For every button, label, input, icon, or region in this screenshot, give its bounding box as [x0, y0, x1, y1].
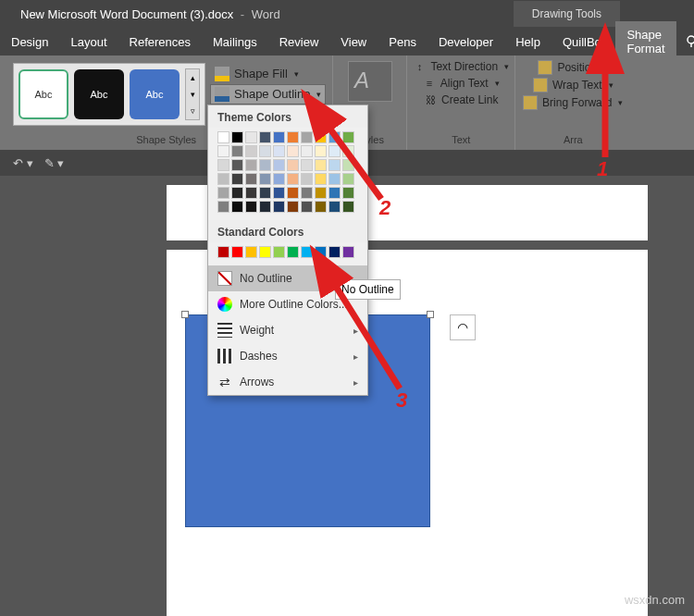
- color-swatch[interactable]: [245, 201, 257, 213]
- style-sample-2[interactable]: Abc: [74, 69, 124, 119]
- color-swatch[interactable]: [287, 145, 299, 157]
- highlight-button[interactable]: ✎ ▾: [44, 156, 65, 170]
- tab-layout[interactable]: Layout: [59, 29, 118, 55]
- resize-handle-nw[interactable]: [181, 311, 189, 318]
- expand-icon[interactable]: ▿: [186, 103, 199, 119]
- bring-forward-button[interactable]: Bring Forward▾: [521, 94, 625, 111]
- color-swatch[interactable]: [301, 187, 313, 199]
- color-swatch[interactable]: [315, 145, 327, 157]
- color-swatch[interactable]: [217, 159, 229, 171]
- color-swatch[interactable]: [342, 201, 354, 213]
- color-swatch[interactable]: [287, 173, 299, 185]
- wrap-text-button[interactable]: Wrap Text▾: [531, 77, 615, 93]
- color-swatch[interactable]: [259, 246, 271, 258]
- dashes-item[interactable]: Dashes ▸: [208, 343, 367, 369]
- shape-fill-button[interactable]: Shape Fill▾: [211, 65, 325, 83]
- color-swatch[interactable]: [315, 159, 327, 171]
- color-swatch[interactable]: [328, 201, 341, 213]
- layout-options-button[interactable]: ◠: [450, 314, 476, 340]
- color-swatch[interactable]: [287, 187, 299, 199]
- color-swatch[interactable]: [287, 131, 299, 143]
- color-swatch[interactable]: [217, 201, 229, 213]
- color-swatch[interactable]: [231, 187, 243, 199]
- chevron-up-icon[interactable]: ▴: [186, 69, 199, 86]
- arrows-item[interactable]: ⇄ Arrows ▸: [208, 369, 367, 395]
- color-swatch[interactable]: [342, 145, 354, 157]
- align-text-button[interactable]: ≡Align Text▾: [421, 76, 502, 91]
- color-swatch[interactable]: [245, 131, 257, 143]
- color-swatch[interactable]: [301, 145, 313, 157]
- color-swatch[interactable]: [342, 187, 354, 199]
- color-swatch[interactable]: [259, 145, 271, 157]
- color-swatch[interactable]: [217, 131, 229, 143]
- style-sample-1[interactable]: Abc: [19, 69, 68, 119]
- tab-review[interactable]: Review: [268, 29, 330, 55]
- color-swatch[interactable]: [231, 145, 243, 157]
- color-swatch[interactable]: [245, 159, 257, 171]
- color-swatch[interactable]: [287, 246, 299, 258]
- shape-style-gallery[interactable]: Abc Abc Abc ▴ ▾ ▿: [13, 63, 205, 126]
- gallery-scroll[interactable]: ▴ ▾ ▿: [185, 68, 200, 120]
- color-swatch[interactable]: [259, 187, 271, 199]
- color-swatch[interactable]: [273, 159, 285, 171]
- color-swatch[interactable]: [273, 246, 285, 258]
- create-link-button[interactable]: ⛓Create Link: [422, 92, 500, 107]
- color-swatch[interactable]: [328, 187, 341, 199]
- color-swatch[interactable]: [342, 173, 354, 185]
- color-swatch[interactable]: [301, 246, 313, 258]
- color-swatch[interactable]: [315, 201, 327, 213]
- color-swatch[interactable]: [217, 187, 229, 199]
- tab-quillbot[interactable]: QuillBot: [551, 29, 616, 55]
- undo-button[interactable]: ↶ ▾: [13, 156, 33, 170]
- color-swatch[interactable]: [315, 131, 327, 143]
- color-swatch[interactable]: [342, 246, 354, 258]
- tab-view[interactable]: View: [329, 29, 378, 55]
- color-swatch[interactable]: [259, 159, 271, 171]
- style-sample-3[interactable]: Abc: [130, 69, 180, 119]
- tab-references[interactable]: References: [118, 29, 202, 55]
- color-swatch[interactable]: [328, 159, 341, 171]
- color-swatch[interactable]: [342, 159, 354, 171]
- color-swatch[interactable]: [273, 145, 285, 157]
- resize-handle-ne[interactable]: [427, 311, 434, 318]
- tell-me[interactable]: Tell: [676, 34, 694, 49]
- color-swatch[interactable]: [231, 246, 243, 258]
- drawing-tools-tab[interactable]: Drawing Tools: [514, 1, 620, 27]
- color-swatch[interactable]: [259, 173, 271, 185]
- color-swatch[interactable]: [231, 173, 243, 185]
- tab-design[interactable]: Design: [0, 29, 59, 55]
- color-swatch[interactable]: [273, 201, 285, 213]
- tab-mailings[interactable]: Mailings: [202, 29, 268, 55]
- color-swatch[interactable]: [259, 201, 271, 213]
- color-swatch[interactable]: [328, 173, 341, 185]
- color-swatch[interactable]: [328, 131, 341, 143]
- color-swatch[interactable]: [245, 173, 257, 185]
- color-swatch[interactable]: [245, 187, 257, 199]
- wordart-gallery[interactable]: A: [348, 61, 392, 102]
- color-swatch[interactable]: [245, 145, 257, 157]
- color-swatch[interactable]: [287, 201, 299, 213]
- color-swatch[interactable]: [217, 246, 229, 258]
- position-button[interactable]: Position▾: [536, 59, 610, 76]
- color-swatch[interactable]: [315, 246, 327, 258]
- color-swatch[interactable]: [273, 187, 285, 199]
- color-swatch[interactable]: [328, 145, 341, 157]
- color-swatch[interactable]: [301, 159, 313, 171]
- color-swatch[interactable]: [287, 159, 299, 171]
- color-swatch[interactable]: [273, 173, 285, 185]
- color-swatch[interactable]: [315, 173, 327, 185]
- weight-item[interactable]: Weight ▸: [208, 317, 367, 343]
- color-swatch[interactable]: [231, 201, 243, 213]
- tab-developer[interactable]: Developer: [428, 29, 504, 55]
- color-swatch[interactable]: [273, 131, 285, 143]
- color-swatch[interactable]: [301, 131, 313, 143]
- color-swatch[interactable]: [217, 145, 229, 157]
- color-swatch[interactable]: [301, 201, 313, 213]
- color-swatch[interactable]: [328, 246, 341, 258]
- color-swatch[interactable]: [245, 246, 257, 258]
- chevron-down-icon[interactable]: ▾: [186, 86, 199, 103]
- color-swatch[interactable]: [301, 173, 313, 185]
- shape-outline-button[interactable]: Shape Outline▾: [211, 85, 325, 104]
- tab-pens[interactable]: Pens: [378, 29, 428, 55]
- text-direction-button[interactable]: ↕Text Direction▾: [411, 59, 511, 74]
